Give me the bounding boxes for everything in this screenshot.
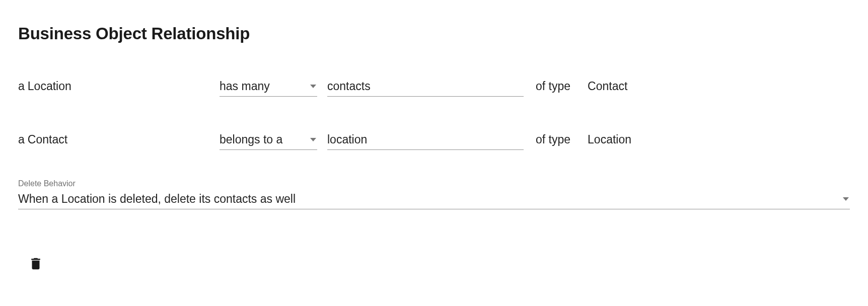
caret-down-icon bbox=[843, 197, 849, 201]
row2-relation-select[interactable]: belongs to a bbox=[220, 133, 317, 150]
row1-prefix: a bbox=[18, 80, 25, 93]
row1-relation-value: has many bbox=[220, 80, 310, 93]
row1-entity: Location bbox=[28, 80, 71, 93]
row1-relation-select[interactable]: has many bbox=[220, 80, 317, 97]
delete-button[interactable] bbox=[28, 255, 43, 273]
row2-of-type-label: of type bbox=[536, 133, 570, 146]
row1-of-type-label: of type bbox=[536, 80, 570, 93]
row1-entity-label: a Location bbox=[18, 80, 220, 93]
row1-field-input[interactable] bbox=[327, 80, 524, 97]
trash-icon bbox=[28, 255, 43, 273]
page-title: Business Object Relationship bbox=[18, 24, 850, 43]
row2-relation-value: belongs to a bbox=[220, 133, 310, 146]
row2-entity: Contact bbox=[28, 133, 67, 146]
row1-type-name: Contact bbox=[588, 80, 627, 93]
row2-field-input[interactable] bbox=[327, 133, 524, 150]
delete-behavior-select[interactable]: When a Location is deleted, delete its c… bbox=[18, 192, 850, 209]
relation-row-2: a Contact belongs to a of type Location bbox=[18, 133, 850, 150]
delete-behavior-section: Delete Behavior When a Location is delet… bbox=[18, 179, 850, 209]
row2-entity-label: a Contact bbox=[18, 133, 220, 146]
delete-behavior-value: When a Location is deleted, delete its c… bbox=[18, 192, 843, 206]
row2-type-name: Location bbox=[588, 133, 631, 146]
relation-row-1: a Location has many of type Contact bbox=[18, 80, 850, 97]
row2-prefix: a bbox=[18, 133, 25, 146]
delete-behavior-label: Delete Behavior bbox=[18, 179, 850, 188]
caret-down-icon bbox=[310, 85, 316, 88]
caret-down-icon bbox=[310, 138, 316, 141]
